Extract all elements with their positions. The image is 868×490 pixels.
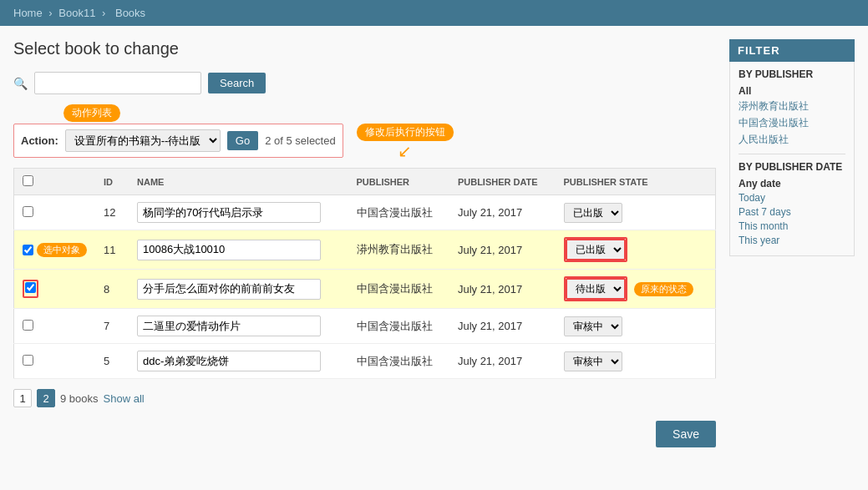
row-checkbox-cell: 选中对象 (14, 230, 96, 270)
col-header-publisher-date[interactable]: PUBLISHER DATE (449, 169, 556, 195)
row-date: July 21, 2017 (449, 270, 556, 309)
filter-divider (739, 154, 845, 154)
row-checkbox[interactable] (25, 282, 36, 293)
action-row: Action: 设置所有的书籍为--待出版 Go 2 of 5 selected (13, 124, 343, 158)
row-publisher: 漭州教育出版社 (348, 230, 449, 270)
breadcrumb-book11[interactable]: Book11 (58, 7, 95, 19)
row-checkbox[interactable] (23, 355, 33, 366)
table-row: 5中国含漫出版社July 21, 2017已出版待出版审核中 (14, 344, 716, 379)
row-state-cell: 已出版待出版审核中 (556, 309, 716, 344)
selected-count: 2 of 5 selected (265, 134, 336, 147)
annotation-selected-object: 选中对象 (37, 243, 87, 257)
page-title: Select book to change (13, 39, 716, 58)
row-date: July 21, 2017 (449, 195, 556, 230)
row-state-cell: 已出版待出版审核中 (556, 344, 716, 379)
row-checkbox-cell (14, 344, 96, 379)
books-count: 9 books (60, 392, 99, 405)
row-state-select[interactable]: 已出版待出版审核中 (564, 351, 622, 371)
annotation-original-state: 原来的状态 (634, 282, 693, 296)
filter-section-publisher: By publisher All 漭州教育出版社 中国含漫出版社 人民出版社 B… (729, 62, 855, 256)
filter-date-year[interactable]: This year (739, 235, 845, 246)
pagination: 1 2 9 books Show all (13, 389, 716, 407)
annotation-go-button: 修改后执行的按钮 (357, 124, 454, 141)
show-all-link[interactable]: Show all (104, 392, 145, 405)
select-all-checkbox[interactable] (23, 175, 33, 186)
filter-date-7days[interactable]: Past 7 days (739, 206, 845, 218)
col-header-publisher[interactable]: PUBLISHER (348, 169, 449, 195)
filter-title-date: By publisher date (739, 161, 845, 173)
row-name-input[interactable] (137, 351, 321, 371)
go-button[interactable]: Go (227, 131, 258, 150)
row-state-cell: 已出版待出版审核中 (556, 230, 716, 270)
breadcrumb-books: Books (115, 7, 145, 19)
row-checkbox[interactable] (23, 320, 33, 331)
annotation-action-list: 动作列表 (63, 104, 120, 122)
row-checkbox[interactable] (23, 245, 33, 255)
row-name-cell (129, 309, 348, 344)
row-id: 12 (95, 195, 129, 230)
search-row: 🔍 Search (13, 72, 716, 94)
page-1[interactable]: 1 (13, 389, 32, 407)
table-row: 选中对象11漭州教育出版社July 21, 2017已出版待出版审核中 (14, 230, 716, 270)
row-id: 8 (95, 270, 129, 309)
row-name-cell (129, 230, 348, 270)
search-icon: 🔍 (13, 77, 28, 90)
row-state-select[interactable]: 已出版待出版审核中 (566, 278, 626, 300)
row-date: July 21, 2017 (449, 230, 556, 270)
action-select[interactable]: 设置所有的书籍为--待出版 (65, 129, 221, 152)
row-checkbox[interactable] (23, 206, 33, 217)
col-header-publisher-state[interactable]: PUBLISHER STATE (556, 169, 716, 195)
filter-date-today[interactable]: Today (739, 192, 845, 204)
search-button[interactable]: Search (208, 73, 266, 93)
row-state-cell: 已出版待出版审核中原来的状态 (556, 270, 716, 309)
row-state-select[interactable]: 已出版待出版审核中 (564, 316, 622, 336)
search-input[interactable] (34, 72, 201, 94)
table-row: 12中国含漫出版社July 21, 2017已出版待出版审核中 (14, 195, 716, 230)
filter-publisher-2[interactable]: 中国含漫出版社 (739, 116, 845, 130)
row-state-select[interactable]: 已出版待出版审核中 (566, 239, 626, 260)
row-date: July 21, 2017 (449, 309, 556, 344)
row-name-input[interactable] (137, 279, 321, 300)
row-state-select[interactable]: 已出版待出版审核中 (564, 203, 622, 223)
save-button[interactable]: Save (656, 421, 716, 447)
table-row: 8中国含漫出版社July 21, 2017已出版待出版审核中原来的状态 (14, 270, 716, 309)
row-name-cell (129, 270, 348, 309)
action-label: Action: (21, 134, 58, 147)
breadcrumb-home[interactable]: Home (13, 7, 43, 19)
filter-title-publisher: By publisher (739, 68, 845, 80)
row-checkbox-cell (14, 309, 96, 344)
row-id: 7 (95, 309, 129, 344)
row-publisher: 中国含漫出版社 (348, 270, 449, 309)
row-id: 11 (95, 230, 129, 270)
filter-publisher-all[interactable]: All (739, 85, 845, 97)
book-table: ID NAME PUBLISHER PUBLISHER DATE PUBLISH… (13, 168, 716, 379)
col-header-name[interactable]: NAME (129, 169, 348, 195)
annotation-go-arrow: ↙ (398, 143, 412, 159)
filter-date-any[interactable]: Any date (739, 178, 845, 189)
row-name-cell (129, 344, 348, 379)
row-checkbox-cell (14, 195, 96, 230)
row-date: July 21, 2017 (449, 344, 556, 379)
row-publisher: 中国含漫出版社 (348, 309, 449, 344)
col-header-checkbox (14, 169, 96, 195)
page-2[interactable]: 2 (37, 389, 55, 407)
filter-date-month[interactable]: This month (739, 220, 845, 232)
row-name-input[interactable] (137, 316, 321, 336)
filter-sidebar: FILTER By publisher All 漭州教育出版社 中国含漫出版社 … (729, 39, 855, 447)
row-name-input[interactable] (137, 202, 321, 223)
col-header-id[interactable]: ID (95, 169, 129, 195)
row-id: 5 (95, 344, 129, 379)
filter-header: FILTER (729, 39, 855, 62)
breadcrumb: Home › Book11 › Books (0, 0, 868, 26)
row-name-input[interactable] (137, 240, 321, 260)
save-row: Save (13, 421, 716, 447)
row-publisher: 中国含漫出版社 (348, 195, 449, 230)
row-name-cell (129, 195, 348, 230)
filter-publisher-1[interactable]: 漭州教育出版社 (739, 99, 845, 114)
row-checkbox-cell (14, 270, 96, 309)
filter-publisher-3[interactable]: 人民出版社 (739, 133, 845, 147)
table-row: 7中国含漫出版社July 21, 2017已出版待出版审核中 (14, 309, 716, 344)
row-state-cell: 已出版待出版审核中 (556, 195, 716, 230)
row-publisher: 中国含漫出版社 (348, 344, 449, 379)
